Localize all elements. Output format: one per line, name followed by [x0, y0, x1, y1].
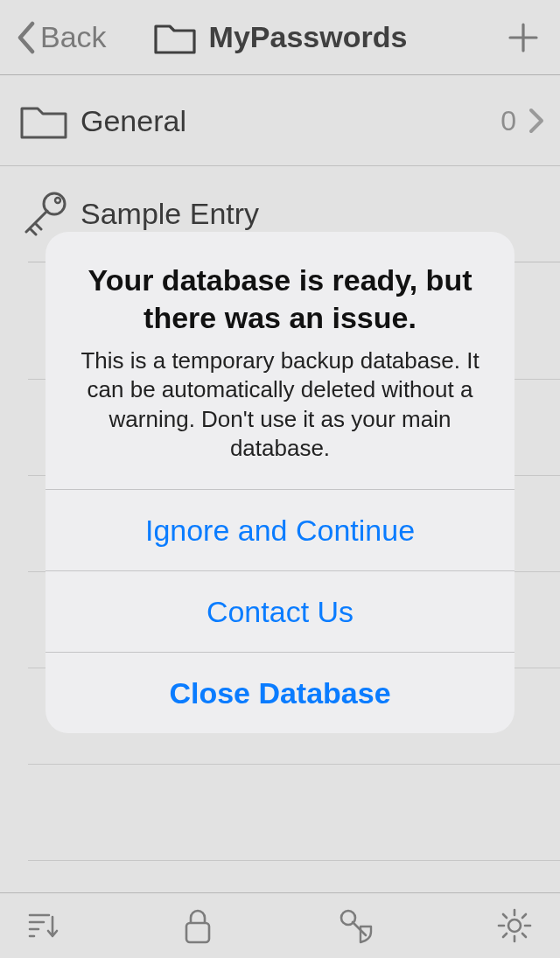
alert-message: This is a temporary backup database. It …	[68, 346, 492, 463]
alert-overlay: Your database is ready, but there was an…	[0, 0, 560, 958]
alert-ignore-button[interactable]: Ignore and Continue	[46, 489, 514, 570]
alert-close-button[interactable]: Close Database	[46, 652, 514, 733]
alert-dialog: Your database is ready, but there was an…	[46, 232, 514, 733]
alert-title: Your database is ready, but there was an…	[68, 262, 492, 336]
alert-contact-button[interactable]: Contact Us	[46, 570, 514, 652]
